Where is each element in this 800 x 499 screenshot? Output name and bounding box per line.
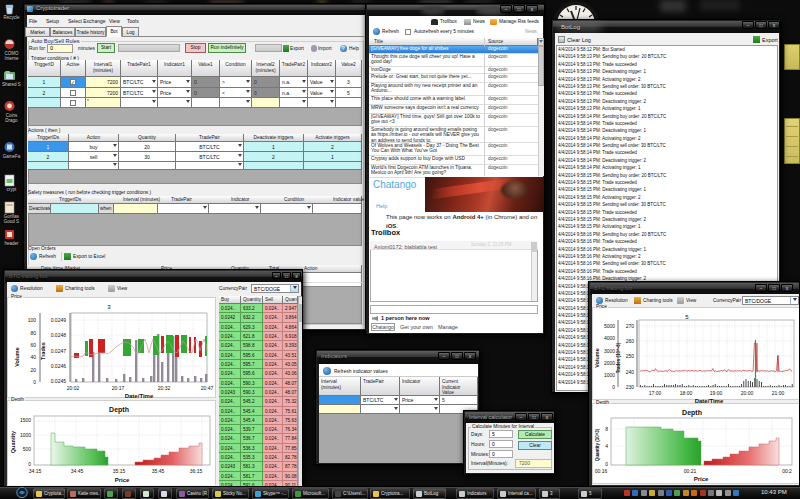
- svg-text:0.0247: 0.0247: [51, 348, 67, 354]
- svg-text:230: 230: [626, 384, 635, 390]
- svg-text:3: 3: [107, 304, 111, 310]
- svg-text:00:2: 00:2: [782, 468, 792, 474]
- svg-text:Price: Price: [115, 477, 130, 483]
- svg-text:0: 0: [612, 384, 615, 390]
- svg-text:8: 8: [605, 426, 608, 432]
- svg-text:20: 20: [30, 367, 36, 373]
- svg-text:1500: 1500: [20, 417, 31, 423]
- svg-text:Price: Price: [694, 476, 709, 482]
- svg-text:250: 250: [626, 353, 635, 359]
- svg-text:100: 100: [28, 317, 37, 323]
- svg-text:34:45: 34:45: [71, 468, 84, 474]
- svg-text:Volume: Volume: [594, 348, 600, 367]
- svg-text:3000: 3000: [604, 348, 615, 354]
- svg-text:18:00: 18:00: [680, 390, 693, 396]
- svg-text:Volume: Volume: [14, 347, 20, 366]
- svg-text:36:15: 36:15: [190, 468, 203, 474]
- svg-text:4000: 4000: [604, 335, 615, 341]
- svg-text:Trades: Trades: [40, 342, 46, 360]
- svg-text:0.0246: 0.0246: [51, 363, 67, 369]
- svg-text:20:32: 20:32: [158, 385, 171, 391]
- svg-text:35:45: 35:45: [152, 468, 165, 474]
- svg-text:4: 4: [605, 443, 608, 449]
- svg-text:60: 60: [30, 342, 36, 348]
- svg-text:0: 0: [605, 461, 608, 467]
- svg-text:19:00: 19:00: [710, 390, 723, 396]
- svg-text:17:00: 17:00: [649, 390, 662, 396]
- svg-text:1000: 1000: [604, 372, 615, 378]
- svg-text:0.0249: 0.0249: [51, 317, 67, 323]
- svg-text:21:00: 21:00: [772, 390, 785, 396]
- svg-text:500: 500: [23, 446, 32, 452]
- svg-text:0: 0: [28, 461, 31, 467]
- svg-text:Depth: Depth: [109, 406, 129, 414]
- svg-text:260: 260: [626, 338, 635, 344]
- svg-text:35:15: 35:15: [113, 468, 126, 474]
- svg-text:Depth: Depth: [682, 409, 702, 417]
- svg-text:0.0248: 0.0248: [51, 332, 67, 338]
- svg-text:40: 40: [30, 354, 36, 360]
- svg-text:Date/Time: Date/Time: [125, 393, 154, 399]
- svg-text:5000: 5000: [604, 323, 615, 329]
- svg-text:5: 5: [685, 314, 689, 320]
- svg-text:80: 80: [30, 330, 36, 336]
- svg-text:00:16: 00:16: [595, 468, 608, 474]
- svg-text:20:47: 20:47: [201, 385, 214, 391]
- svg-text:20:02: 20:02: [67, 385, 80, 391]
- svg-text:Quantity (10^3): Quantity (10^3): [595, 428, 600, 461]
- svg-text:20:17: 20:17: [112, 385, 125, 391]
- svg-text:2000: 2000: [604, 360, 615, 366]
- svg-text:Trades (10^-6): Trades (10^-6): [616, 342, 621, 373]
- svg-text:0.0245: 0.0245: [51, 378, 67, 384]
- svg-text:1000: 1000: [20, 432, 31, 438]
- svg-text:00:21: 00:21: [684, 468, 697, 474]
- svg-text:20:00: 20:00: [741, 390, 754, 396]
- svg-text:270: 270: [626, 323, 635, 329]
- svg-text:0: 0: [33, 379, 36, 385]
- svg-text:34:15: 34:15: [29, 468, 42, 474]
- svg-text:Quantity: Quantity: [10, 430, 16, 453]
- svg-text:240: 240: [626, 369, 635, 375]
